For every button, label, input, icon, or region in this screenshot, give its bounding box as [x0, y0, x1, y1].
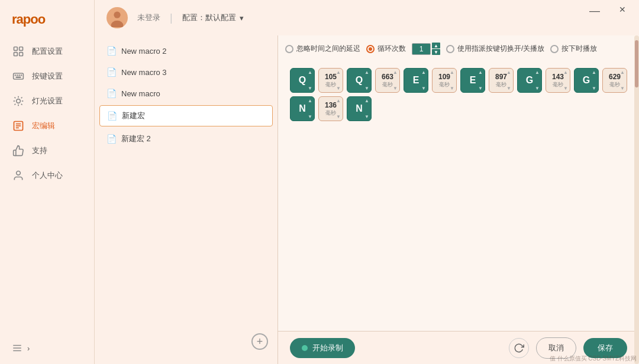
add-macro-button[interactable]: + — [251, 333, 268, 350]
sidebar-collapse-icon: › — [27, 344, 30, 353]
doc-icon: 📄 — [106, 67, 117, 77]
doc-icon: 📄 — [106, 89, 117, 98]
delay-value: 136 — [325, 101, 337, 109]
key-tile-g2[interactable]: G ▲ ▼ — [574, 68, 599, 93]
arrow-up-icon: ▲ — [393, 70, 398, 75]
macro-item-name: New macro — [121, 89, 160, 98]
key-block-n2: N ▲ ▼ — [347, 96, 372, 121]
key-tile-q1[interactable]: Q ▲ ▼ — [290, 68, 315, 93]
record-button[interactable]: 开始录制 — [290, 338, 355, 358]
delay-tile-109[interactable]: 109 毫秒 ▲ ▼ — [432, 68, 457, 93]
loop-down-button[interactable]: ▼ — [432, 49, 440, 55]
doc-icon: 📄 — [106, 46, 117, 56]
arrow-down-icon: ▼ — [535, 86, 540, 91]
arrow-up-icon: ▲ — [308, 70, 312, 75]
macro-icon — [12, 119, 25, 132]
svg-rect-1 — [20, 47, 23, 51]
avatar[interactable] — [106, 7, 128, 28]
key-block-e1: E ▲ ▼ — [404, 68, 428, 93]
options-bar: 忽略时间之间的延迟 循环次数 ▲ ▼ — [285, 43, 632, 55]
delay-tile-663[interactable]: 663 毫秒 ▲ ▼ — [375, 68, 400, 93]
delay-block-105: 105 毫秒 ▲ ▼ — [318, 68, 343, 93]
refresh-button[interactable] — [509, 338, 529, 358]
arrow-up-icon: ▲ — [563, 70, 568, 75]
svg-point-28 — [114, 12, 120, 18]
arrow-up-icon: ▲ — [336, 70, 341, 75]
loop-count-input[interactable] — [412, 43, 431, 55]
arrow-down-icon: ▼ — [450, 86, 454, 91]
scrollbar-thumb[interactable] — [635, 40, 638, 87]
loop-up-button[interactable]: ▲ — [432, 43, 440, 48]
config-selector[interactable]: 配置：默认配置 ▾ — [182, 12, 244, 23]
sidebar-item-config[interactable]: 配置设置 — [0, 39, 94, 64]
key-tile-g1[interactable]: G ▲ ▼ — [517, 68, 542, 93]
svg-rect-3 — [20, 53, 23, 56]
arrow-up-icon: ▲ — [450, 70, 454, 75]
arrow-down-icon: ▼ — [620, 86, 625, 91]
list-item[interactable]: 📄 New macro 2 — [95, 40, 277, 61]
doc-icon: 📄 — [107, 111, 117, 121]
delay-value: 105 — [325, 73, 337, 81]
arrow-down-icon: ▼ — [393, 86, 398, 91]
list-item-active[interactable]: 📄 新建宏 — [99, 105, 273, 126]
close-button[interactable]: ✕ — [615, 4, 630, 15]
radio-press-play — [550, 45, 559, 53]
radio-key-switch — [446, 45, 454, 53]
arrow-down-icon: ▼ — [506, 86, 511, 91]
support-icon — [12, 144, 25, 157]
svg-rect-2 — [14, 53, 18, 56]
arrow-up-icon: ▲ — [620, 70, 625, 75]
key-block-g1: G ▲ ▼ — [517, 68, 542, 93]
minimize-button[interactable]: — — [586, 4, 604, 18]
option-loop-count[interactable]: 循环次数 — [366, 44, 406, 54]
option-ignore-delay[interactable]: 忽略时间之间的延迟 — [285, 44, 360, 54]
sidebar-item-macro[interactable]: 宏编辑 — [0, 113, 94, 138]
scrollbar-track[interactable] — [634, 35, 639, 364]
list-item[interactable]: 📄 New macro — [95, 83, 277, 104]
delay-block-663: 663 毫秒 ▲ ▼ — [375, 68, 400, 93]
delay-tile-629[interactable]: 629 毫秒 ▲ ▼ — [602, 68, 627, 93]
delay-value: 897 — [495, 73, 507, 81]
delay-value: 629 — [609, 73, 621, 81]
svg-rect-0 — [14, 47, 18, 51]
sidebar-item-profile[interactable]: 个人中心 — [0, 163, 94, 188]
option-key-switch[interactable]: 使用指派按键切换开/关播放 — [446, 44, 544, 54]
option-loop-count-label: 循环次数 — [377, 44, 406, 54]
arrow-down-icon: ▼ — [364, 86, 369, 91]
list-item[interactable]: 📄 新建宏 2 — [95, 128, 277, 150]
delay-block-629: 629 毫秒 ▲ ▼ — [602, 68, 627, 93]
option-press-play[interactable]: 按下时播放 — [550, 44, 597, 54]
svg-rect-4 — [14, 73, 24, 79]
key-tile-e1[interactable]: E ▲ ▼ — [404, 68, 428, 93]
delay-block-897: 897 毫秒 ▲ ▼ — [489, 68, 514, 93]
record-dot-icon — [302, 345, 308, 351]
delay-tile-897[interactable]: 897 毫秒 ▲ ▼ — [489, 68, 514, 93]
macro-item-name: New macro 3 — [121, 68, 167, 77]
list-item[interactable]: 📄 New macro 3 — [95, 61, 277, 83]
sidebar-item-config-label: 配置设置 — [32, 46, 63, 57]
key-tile-q2[interactable]: Q ▲ ▼ — [347, 68, 372, 93]
arrow-down-icon: ▼ — [364, 114, 369, 119]
sidebar-item-light[interactable]: 灯光设置 — [0, 89, 94, 113]
sidebar-item-keys[interactable]: 按键设置 — [0, 64, 94, 89]
delay-block-136: 136 毫秒 ▲ ▼ — [318, 96, 343, 121]
sidebar-item-support-label: 支持 — [32, 145, 47, 156]
delay-tile-143[interactable]: 143 毫秒 ▲ ▼ — [546, 68, 570, 93]
key-tile-e2[interactable]: E ▲ ▼ — [460, 68, 485, 93]
sidebar-item-support[interactable]: 支持 — [0, 138, 94, 163]
delay-unit: 毫秒 — [496, 81, 506, 89]
sidebar-bottom-menu[interactable]: › — [0, 337, 94, 359]
delay-value: 143 — [552, 73, 564, 81]
login-status-text[interactable]: 未登录 — [137, 12, 160, 23]
svg-point-10 — [17, 99, 21, 103]
radio-ignore-delay — [285, 45, 293, 53]
delay-tile-136[interactable]: 136 毫秒 ▲ ▼ — [318, 96, 343, 121]
key-tile-n1[interactable]: N ▲ ▼ — [290, 96, 315, 121]
macro-item-name: 新建宏 2 — [121, 134, 151, 144]
delay-tile-105[interactable]: 105 毫秒 ▲ ▼ — [318, 68, 343, 93]
delay-unit: 毫秒 — [609, 81, 620, 89]
svg-point-23 — [17, 171, 21, 176]
arrow-down-icon: ▼ — [336, 86, 341, 91]
doc-icon: 📄 — [106, 134, 117, 144]
key-tile-n2[interactable]: N ▲ ▼ — [347, 96, 372, 121]
